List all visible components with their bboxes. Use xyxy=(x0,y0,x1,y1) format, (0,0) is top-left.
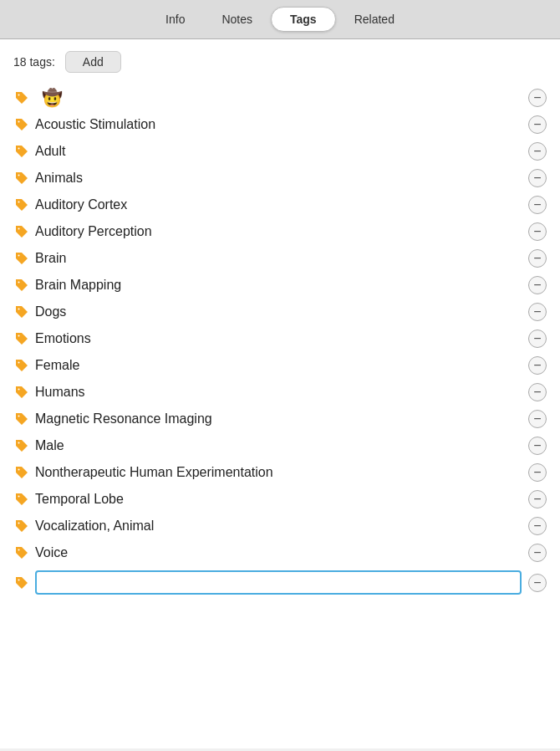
tag-label: Female xyxy=(35,358,528,373)
remove-tag-button[interactable] xyxy=(528,517,547,535)
tag-icon xyxy=(13,544,30,561)
tag-label: Voice xyxy=(35,545,528,560)
tag-label: Magnetic Resonance Imaging xyxy=(35,411,528,427)
remove-tag-button[interactable] xyxy=(528,142,547,161)
tag-label: Animals xyxy=(35,171,528,186)
remove-first-button[interactable] xyxy=(528,89,547,107)
tag-row: Brain Mapping xyxy=(13,272,547,299)
tag-row: Vocalization, Animal xyxy=(13,513,547,539)
tag-icon xyxy=(13,250,30,267)
tag-label: Temporal Lobe xyxy=(35,492,528,507)
tag-icon xyxy=(13,491,30,508)
tag-icon xyxy=(13,143,30,160)
tag-row: Auditory Cortex xyxy=(13,192,547,218)
tag-icon xyxy=(13,197,30,213)
tab-related[interactable]: Related xyxy=(336,8,413,31)
tags-header: 18 tags: Add xyxy=(13,51,547,73)
remove-tag-button[interactable] xyxy=(528,410,547,428)
remove-tag-button[interactable] xyxy=(528,303,547,321)
first-row-emoji: 🤠 xyxy=(42,88,63,108)
tag-icon xyxy=(13,437,30,454)
tag-input-row xyxy=(13,566,547,599)
tag-icon xyxy=(13,518,30,534)
tag-icon xyxy=(13,330,30,347)
remove-tag-button[interactable] xyxy=(528,383,547,401)
tag-row: Acoustic Stimulation xyxy=(13,111,547,138)
remove-tag-button[interactable] xyxy=(528,115,547,134)
tags-count: 18 tags: xyxy=(13,55,55,69)
tag-icon xyxy=(13,223,30,240)
tag-row: Voice xyxy=(13,539,547,566)
tag-icon xyxy=(13,357,30,374)
add-tag-button[interactable]: Add xyxy=(65,51,121,73)
tag-row: Temporal Lobe xyxy=(13,486,547,513)
tag-row: Magnetic Resonance Imaging xyxy=(13,406,547,432)
remove-tag-button[interactable] xyxy=(528,463,547,482)
tag-label: Brain xyxy=(35,251,528,266)
tag-label: Acoustic Stimulation xyxy=(35,117,528,132)
tag-row: Brain xyxy=(13,245,547,272)
tab-info[interactable]: Info xyxy=(147,8,203,31)
tag-icon xyxy=(13,464,30,481)
tag-icon xyxy=(13,384,30,401)
tab-bar: Info Notes Tags Related xyxy=(0,0,560,39)
tag-icon-first xyxy=(13,89,30,106)
tag-icon xyxy=(13,170,30,186)
remove-tag-button[interactable] xyxy=(528,249,547,268)
tag-icon xyxy=(13,277,30,294)
tag-label: Dogs xyxy=(35,304,528,319)
remove-tag-button[interactable] xyxy=(528,276,547,294)
tag-row: Auditory Perception xyxy=(13,218,547,245)
tags-panel: 18 tags: Add 🤠 Acoustic Stimulation Adul… xyxy=(0,39,560,748)
tag-row: Dogs xyxy=(13,299,547,325)
tab-tags[interactable]: Tags xyxy=(271,7,336,32)
remove-tag-button[interactable] xyxy=(528,196,547,214)
tag-icon-input xyxy=(13,575,30,591)
remove-tag-button[interactable] xyxy=(528,544,547,562)
tag-label: Auditory Cortex xyxy=(35,197,528,212)
first-tag-row: 🤠 xyxy=(13,84,547,111)
tag-row: Male xyxy=(13,432,547,459)
tag-icon xyxy=(13,411,30,427)
tag-row: Nontherapeutic Human Experimentation xyxy=(13,459,547,486)
remove-tag-button[interactable] xyxy=(528,356,547,375)
tag-label: Nontherapeutic Human Experimentation xyxy=(35,465,528,480)
tag-label: Humans xyxy=(35,385,528,400)
remove-tag-button[interactable] xyxy=(528,437,547,455)
tag-label: Male xyxy=(35,438,528,453)
remove-tag-button[interactable] xyxy=(528,330,547,348)
tag-label: Auditory Perception xyxy=(35,224,528,239)
tag-label: Vocalization, Animal xyxy=(35,519,528,534)
remove-tag-button[interactable] xyxy=(528,490,547,508)
tab-notes[interactable]: Notes xyxy=(203,8,271,31)
remove-tag-button[interactable] xyxy=(528,222,547,241)
tag-row: Animals xyxy=(13,165,547,192)
tag-list: Acoustic Stimulation Adult Animals Audit… xyxy=(13,111,547,566)
tag-row: Female xyxy=(13,352,547,379)
tag-row: Humans xyxy=(13,379,547,406)
remove-input-button[interactable] xyxy=(528,574,547,592)
tag-row: Emotions xyxy=(13,325,547,352)
tag-label: Emotions xyxy=(35,331,528,346)
remove-tag-button[interactable] xyxy=(528,169,547,187)
tag-label: Adult xyxy=(35,144,528,159)
tag-icon xyxy=(13,304,30,320)
tag-icon xyxy=(13,116,30,133)
new-tag-input[interactable] xyxy=(35,570,522,595)
tag-label: Brain Mapping xyxy=(35,278,528,293)
tag-row: Adult xyxy=(13,138,547,165)
